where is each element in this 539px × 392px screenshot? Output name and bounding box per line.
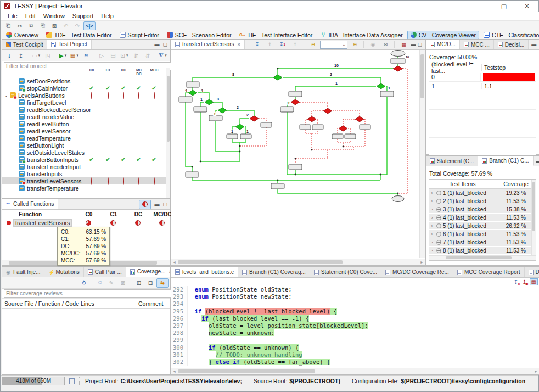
source-code-view[interactable]: 292 enum PositionState oldState;293 enum… <box>171 286 539 368</box>
editor-button-overview[interactable]: Overview <box>3 31 42 40</box>
cf-col-c1[interactable]: C1 <box>103 211 125 217</box>
edit-review-icon[interactable]: ✎ <box>106 279 117 287</box>
cf-col-c0[interactable]: C0 <box>78 211 100 217</box>
minimize-panel-icon[interactable]: ▬ <box>154 202 159 207</box>
align-up-icon[interactable]: ↥ <box>264 41 275 49</box>
code-line-299[interactable]: 299 <box>171 337 539 344</box>
expander-icon[interactable]: › <box>429 207 435 212</box>
branch-row-1-1-last-blocked[interactable]: ›1 (1) last_blocked19.23 % <box>429 189 536 197</box>
tree-item-transferinputs[interactable]: transferInputs <box>2 170 170 177</box>
show-report-icon[interactable]: ▦ <box>530 278 538 285</box>
menu-edit[interactable]: Edit <box>21 13 40 19</box>
branch-hscrollbar[interactable] <box>429 255 536 260</box>
expander-icon[interactable]: › <box>429 223 435 228</box>
menu-window[interactable]: Window <box>40 13 69 19</box>
align-down-icon[interactable]: ↧ <box>251 41 262 49</box>
graph-vscrollbar[interactable] <box>419 50 425 258</box>
cf-col-function[interactable]: Function <box>19 211 41 217</box>
disabled-icon-3[interactable]: ⊡▼ <box>119 52 130 60</box>
graph-hscrollbar[interactable]: ◄► <box>171 259 425 265</box>
editor-button-ida-interface-data-assigner[interactable]: IDA - Interface Data Assigner <box>317 31 406 40</box>
mcdc-row[interactable] <box>429 100 536 110</box>
tab-mc-dc-coverage-re[interactable]: MC/DC Coverage Re... <box>381 267 453 277</box>
branch-col-items[interactable]: Test Items <box>429 181 496 187</box>
garbage-collect-icon[interactable] <box>69 378 75 384</box>
mcdc-row[interactable]: 11.1 <box>429 82 536 91</box>
code-line-297[interactable]: 297 oldState = level_position_state[bloc… <box>171 322 539 329</box>
uncovered-decision-nodes[interactable] <box>250 66 403 131</box>
zoom-level-combo[interactable]: ⌄ <box>320 41 347 49</box>
delete-icon[interactable]: ⊠ <box>49 22 60 30</box>
maximize-panel-icon[interactable]: ▢ <box>417 42 422 47</box>
expander-icon[interactable]: › <box>429 215 435 220</box>
new-module-icon[interactable]: ▭▼ <box>31 52 42 60</box>
tab-call-pair[interactable]: Call Pair ... <box>84 267 126 277</box>
menu-file[interactable]: File <box>4 13 21 19</box>
close-button[interactable]: ✕ <box>515 1 538 12</box>
tab-decisi[interactable]: Decisi... <box>494 40 529 49</box>
tree-item-readencodervalue[interactable]: readEncoderValue <box>2 113 170 120</box>
memory-indicator[interactable]: 418M of 650M <box>2 377 65 385</box>
minimize-panel-icon[interactable]: ▬ <box>531 42 536 47</box>
branch-row-2-1-last-blocked[interactable]: ›2 (1) last_blocked11.53 % <box>429 197 536 205</box>
tree-item-setdoorpositions[interactable]: setDoorPositions <box>2 77 170 85</box>
tree-item-transfertemperature[interactable]: transferTemperature <box>2 184 170 192</box>
branch-row-4-1-last-blocked[interactable]: ›4 (1) last_blocked11.53 % <box>429 214 536 221</box>
tab-mc-d[interactable]: MC/D... <box>426 40 460 49</box>
tree-col-c1[interactable]: C1 <box>101 69 115 72</box>
maximize-panel-icon[interactable]: ▢ <box>162 42 167 47</box>
cf-col-mc-dc[interactable]: MC/DC <box>151 211 173 217</box>
filter-icon[interactable]: ⧨▼ <box>158 52 169 60</box>
tree-item-readlevelbutton[interactable]: readLevelButton <box>2 120 170 127</box>
code-line-298[interactable]: 298 newState = unknown; <box>171 329 539 337</box>
reviews-col-source[interactable]: Source File / Function / Code Lines <box>2 300 136 307</box>
tab-mutations[interactable]: Mutations <box>44 267 83 277</box>
tab-mcc-coverage-report[interactable]: MCC Coverage Report <box>453 267 525 277</box>
tree-col-mc-dc[interactable]: MC DC <box>132 69 146 76</box>
start-node[interactable] <box>391 51 405 57</box>
editor-button-tie-test-interface-editor[interactable]: TIE - Test Interface Editor <box>236 31 316 40</box>
export-icon[interactable]: ↥ <box>15 52 26 60</box>
run-tests-icon[interactable]: ▶▼ <box>58 52 69 60</box>
tab-transferlevelsensors[interactable]: transferLevelSensors× <box>171 40 245 49</box>
maximize-button[interactable]: ▢ <box>492 1 515 12</box>
source-hscrollbar[interactable]: ◄► <box>171 368 539 374</box>
highlight-icon[interactable]: ◉ <box>367 41 378 49</box>
menu-support[interactable]: Support <box>69 13 98 19</box>
mcdc-row[interactable] <box>429 110 536 119</box>
branch-row-7-1-last-blocked[interactable]: ›7 (1) last_blocked11.53 % <box>429 238 536 246</box>
editor-button-script-editor[interactable]: Script Editor <box>116 31 162 40</box>
zoom-out-icon[interactable]: ⊖ <box>307 41 318 49</box>
tree-item-readlevelsensor[interactable]: readLevelSensor <box>2 127 170 135</box>
branch-row-3-1-last-blocked[interactable]: ›3 (1) last_blocked15.38 % <box>429 205 536 213</box>
tree-item-setbuttonlight[interactable]: setButtonLight <box>2 142 170 149</box>
prev-uncovered-icon[interactable]: ↧x <box>513 279 519 285</box>
code-line-296[interactable]: 296 if (last_blocked_level == -1) { <box>171 315 539 322</box>
code-line-294[interactable]: 294 <box>171 300 539 307</box>
expander-icon[interactable]: › <box>429 191 435 195</box>
expander-icon[interactable]: › <box>429 248 435 253</box>
tab-dc-coverage-report[interactable]: DC Coverage Report <box>525 267 539 277</box>
branch-col-coverage[interactable]: Coverage <box>496 181 536 187</box>
tree-item-transferencoderinput[interactable]: transferEncoderInput <box>2 163 170 170</box>
expand-all-icon[interactable]: ⊞ <box>133 279 144 287</box>
code-line-302[interactable]: 302 } else if (oldState == far_above) { <box>171 359 539 366</box>
tree-item-findtargetlevel[interactable]: findTargetLevel <box>2 99 170 106</box>
tree-item-transferlevelsensors[interactable]: transferLevelSensors <box>2 177 170 184</box>
tree-col-mcc[interactable]: MCC <box>147 69 161 72</box>
branch-row-5-1-last-blocked[interactable]: ›5 (1) last_blocked26.92 % <box>429 222 536 229</box>
maximize-panel-icon[interactable]: ▢ <box>162 202 167 207</box>
expander-icon[interactable]: › <box>429 232 435 237</box>
new-window-icon[interactable]: ⎗ <box>3 22 14 30</box>
mcdc-col-0[interactable]: (blockedLevel != last... <box>429 61 481 74</box>
disabled-icon-2[interactable]: ▤ <box>108 52 119 60</box>
close-tab-icon[interactable]: × <box>238 42 240 47</box>
code-line-293[interactable]: 293 enum PositionState newState; <box>171 293 539 300</box>
graph-report-icon[interactable]: ▦ <box>398 41 409 49</box>
minimize-panel-icon[interactable]: ▬ <box>411 42 416 47</box>
editor-button-cv-coverage-viewer[interactable]: CV - Coverage Viewer <box>407 31 479 40</box>
clear-graph-icon[interactable]: ⊠ <box>380 41 391 49</box>
disabled-icon-1[interactable]: ▷ <box>96 52 107 60</box>
mcdc-row[interactable] <box>429 119 536 128</box>
tab-mcc[interactable]: MCC ... <box>460 40 494 49</box>
